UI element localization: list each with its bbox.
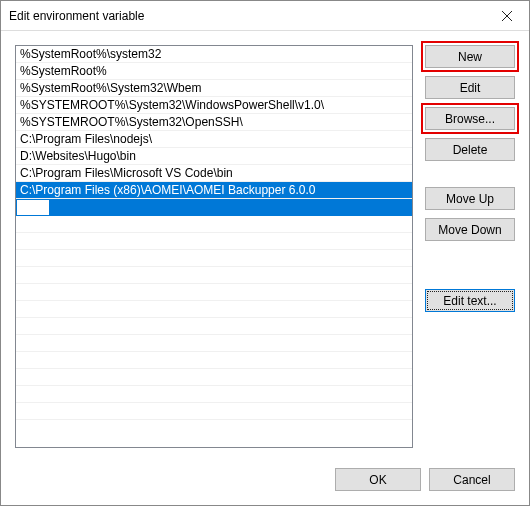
close-icon (502, 11, 512, 21)
edit-button[interactable]: Edit (425, 76, 515, 99)
highlight-new: New (425, 45, 515, 68)
edit-text-button[interactable]: Edit text... (425, 289, 515, 312)
list-item[interactable]: %SystemRoot%\system32 (16, 46, 412, 63)
move-up-button[interactable]: Move Up (425, 187, 515, 210)
browse-button[interactable]: Browse... (425, 107, 515, 130)
list-item[interactable]: C:\Program Files\Microsoft VS Code\bin (16, 165, 412, 182)
cancel-button[interactable]: Cancel (429, 468, 515, 491)
spacer (425, 249, 515, 281)
new-button[interactable]: New (425, 45, 515, 68)
list-edit-selection (50, 199, 412, 216)
spacer (425, 169, 515, 179)
list-item[interactable]: D:\Websites\Hugo\bin (16, 148, 412, 165)
move-down-button[interactable]: Move Down (425, 218, 515, 241)
side-button-column: New Edit Browse... Delete Move Up Move D… (425, 45, 515, 448)
delete-button[interactable]: Delete (425, 138, 515, 161)
list-item[interactable]: %SystemRoot% (16, 63, 412, 80)
list-item[interactable]: %SystemRoot%\System32\Wbem (16, 80, 412, 97)
list-item[interactable]: %SYSTEMROOT%\System32\OpenSSH\ (16, 114, 412, 131)
dialog-window: Edit environment variable %SystemRoot%\s… (0, 0, 530, 506)
title-bar: Edit environment variable (1, 1, 529, 31)
list-item[interactable]: %SYSTEMROOT%\System32\WindowsPowerShell\… (16, 97, 412, 114)
highlight-browse: Browse... (425, 107, 515, 130)
dialog-footer: OK Cancel (1, 458, 529, 505)
dialog-content: %SystemRoot%\system32 %SystemRoot% %Syst… (1, 31, 529, 458)
close-button[interactable] (484, 1, 529, 31)
path-listbox[interactable]: %SystemRoot%\system32 %SystemRoot% %Syst… (15, 45, 413, 448)
empty-rows (16, 216, 412, 420)
list-item[interactable]: C:\Program Files\nodejs\ (16, 131, 412, 148)
list-item-editing[interactable] (16, 199, 412, 216)
list-item-selected[interactable]: C:\Program Files (x86)\AOMEI\AOMEI Backu… (16, 182, 412, 199)
list-edit-input[interactable] (16, 199, 50, 216)
window-title: Edit environment variable (9, 9, 484, 23)
ok-button[interactable]: OK (335, 468, 421, 491)
